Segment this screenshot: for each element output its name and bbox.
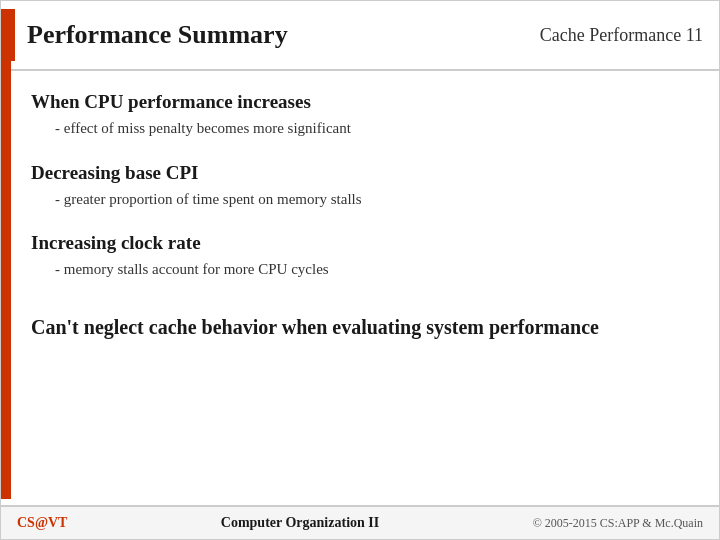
slide-footer: CS@VT Computer Organization II © 2005-20… (1, 505, 719, 539)
section-cpu-performance: When CPU performance increases effect of… (31, 91, 689, 140)
section-clock-rate: Increasing clock rate memory stalls acco… (31, 232, 689, 281)
slide-content: When CPU performance increases effect of… (1, 71, 719, 505)
slide-subtitle: Cache Performance 11 (540, 25, 703, 46)
section-heading-3: Increasing clock rate (31, 232, 689, 254)
section-bullet-3: memory stalls account for more CPU cycle… (31, 258, 689, 281)
footer-at-symbol: @ (35, 515, 48, 530)
header-left: Performance Summary (1, 9, 288, 61)
footer-right: © 2005-2015 CS:APP & Mc.Quain (533, 516, 703, 531)
footer-vt-text: VT (48, 515, 67, 530)
slide-header: Performance Summary Cache Performance 11 (1, 1, 719, 71)
section-bullet-1: effect of miss penalty becomes more sign… (31, 117, 689, 140)
footer-center: Computer Organization II (221, 515, 379, 531)
section-heading-1: When CPU performance increases (31, 91, 689, 113)
slide-container: Performance Summary Cache Performance 11… (0, 0, 720, 540)
left-accent-bar (1, 53, 11, 499)
section-base-cpi: Decreasing base CPI greater proportion o… (31, 162, 689, 211)
footer-left: CS@VT (17, 515, 67, 531)
emphasis-statement: Can't neglect cache behavior when evalua… (31, 313, 689, 341)
slide-title: Performance Summary (27, 20, 288, 50)
section-bullet-2: greater proportion of time spent on memo… (31, 188, 689, 211)
section-heading-2: Decreasing base CPI (31, 162, 689, 184)
footer-cs-text: CS (17, 515, 35, 530)
